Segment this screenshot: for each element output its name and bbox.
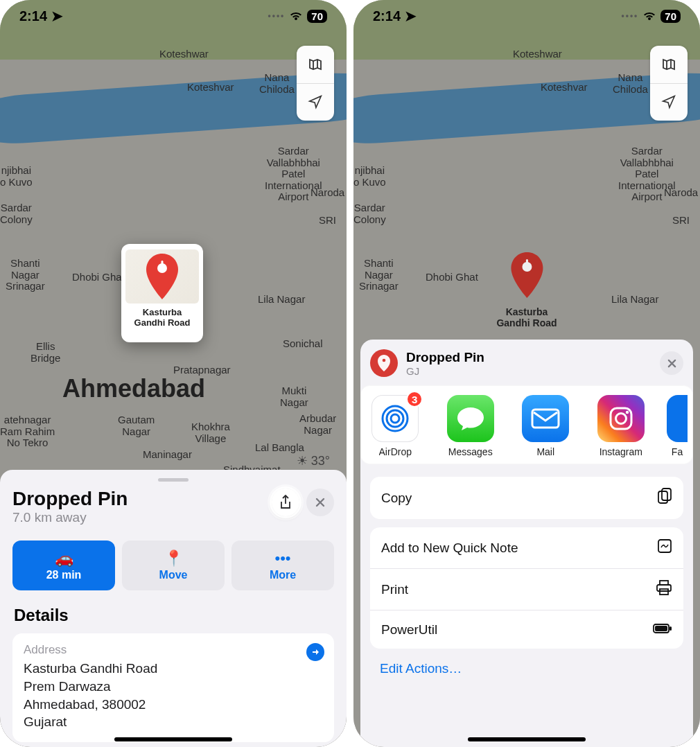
battery-level: 70 [307,10,327,23]
svg-rect-17 [660,589,668,595]
address-card[interactable]: Address Kasturba Gandhi Road Prem Darwaz… [12,633,334,742]
place-sheet[interactable]: Dropped Pin 7.0 km away 🚗 28 min 📍 [0,470,347,747]
sheet-title: Dropped Pin [12,489,128,509]
share-app-mail[interactable]: Mail [516,395,575,457]
action-label: PowerUtil [381,622,437,638]
share-app-instagram[interactable]: Instagram [592,395,651,457]
share-subtitle: GJ [406,365,484,377]
map-pin[interactable]: KasturbaGandhi Road [496,251,557,328]
share-app-facebook[interactable]: Fa [667,395,688,457]
breadcrumb-dots-icon: •••• [268,11,286,21]
svg-point-6 [387,410,403,427]
phone-left: Ahmedabad ☀︎ 33° Koteshwar Koteshvar Nan… [0,0,347,747]
share-app-row[interactable]: 3 AirDrop Messages Mail [360,385,693,464]
svg-rect-1 [161,261,164,268]
map-mode-button[interactable] [650,46,688,83]
action-copy[interactable]: Copy [370,477,683,519]
car-icon: 🚗 [55,550,73,568]
directions-drive-tile[interactable]: 🚗 28 min [12,541,115,590]
edit-actions-link[interactable]: Edit Actions… [360,649,693,676]
preview-pin-label: KasturbaGandhi Road [134,308,191,328]
details-heading: Details [14,606,334,625]
map-pin-icon [376,354,392,372]
share-actions-group: Copy [370,477,683,519]
navigate-button[interactable] [306,643,324,661]
sheet-subtitle: 7.0 km away [12,510,128,525]
map-pin-icon [142,252,182,302]
address-label: Address [24,643,323,657]
svg-rect-8 [532,410,559,428]
share-app-label: Mail [536,446,554,457]
action-powerutil[interactable]: PowerUtil [370,610,683,649]
ellipsis-icon: ••• [274,550,290,568]
svg-rect-12 [658,491,667,503]
address-line: Gujarat [24,713,323,731]
clock: 2:14 [19,8,47,24]
address-line: Prem Darwaza [24,678,323,696]
map-controls [650,46,688,121]
location-services-icon: ➤ [405,8,417,24]
more-label: More [270,569,296,581]
share-title: Dropped Pin [406,350,484,365]
drive-eta: 28 min [46,569,82,581]
share-app-label: AirDrop [379,446,412,457]
share-app-label: Instagram [600,446,642,457]
pin-preview-card[interactable]: KasturbaGandhi Road [121,244,203,342]
svg-point-5 [391,414,399,423]
close-icon [667,359,676,368]
svg-rect-16 [657,585,671,591]
locate-button[interactable] [297,83,334,121]
locate-button[interactable] [650,83,688,121]
map-mode-icon [307,56,324,73]
locate-arrow-icon [661,94,676,109]
home-indicator[interactable] [468,737,586,741]
svg-point-10 [615,414,626,424]
action-label: Print [381,582,408,597]
share-app-label: Fa [667,446,688,457]
sheet-grabber[interactable] [158,478,189,482]
move-label: Move [159,569,188,581]
location-services-icon: ➤ [51,8,63,24]
address-line: Ahmedabad, 380002 [24,696,323,714]
svg-point-4 [383,359,386,362]
map-mode-button[interactable] [297,46,334,83]
share-app-label: Messages [448,446,493,457]
share-icon [279,495,292,510]
status-bar: 2:14 ➤ •••• 70 [353,0,700,30]
action-print[interactable]: Print [370,568,683,610]
locate-arrow-icon [308,94,323,109]
svg-rect-3 [526,259,528,267]
battery-level: 70 [660,10,681,23]
close-icon [315,498,325,507]
share-sheet[interactable]: Dropped Pin GJ 3 AirDrop [360,340,693,747]
svg-rect-20 [670,626,672,631]
share-actions-group: Add to New Quick Note Print PowerUtil [370,527,683,649]
map-controls [297,46,334,121]
move-pin-tile[interactable]: 📍 Move [122,541,225,590]
svg-rect-13 [662,489,671,500]
quicknote-icon [657,538,672,557]
share-app-airdrop[interactable]: 3 AirDrop [366,395,425,457]
svg-point-11 [626,411,629,414]
copy-icon [657,488,672,508]
status-bar: 2:14 ➤ •••• 70 [0,0,347,30]
address-line: Kasturba Gandhi Road [24,660,323,678]
breadcrumb-dots-icon: •••• [622,11,639,21]
share-close-button[interactable] [660,351,683,375]
clock: 2:14 [373,8,401,24]
more-tile[interactable]: ••• More [231,541,334,590]
battery-icon [653,622,672,638]
print-icon [656,580,672,599]
share-button[interactable] [272,489,299,516]
map-pin-label: KasturbaGandhi Road [496,306,557,328]
mail-icon [530,407,561,430]
share-item-thumbnail [370,349,398,377]
close-button[interactable] [306,489,334,516]
move-pin-icon: 📍 [164,550,183,568]
phone-right: Koteshwar Koteshvar NanaChiloda SardarVa… [353,0,700,747]
action-quicknote[interactable]: Add to New Quick Note [370,527,683,568]
instagram-icon [606,404,636,433]
share-app-messages[interactable]: Messages [441,395,500,457]
home-indicator[interactable] [114,737,232,741]
map-pin-icon [507,251,547,301]
